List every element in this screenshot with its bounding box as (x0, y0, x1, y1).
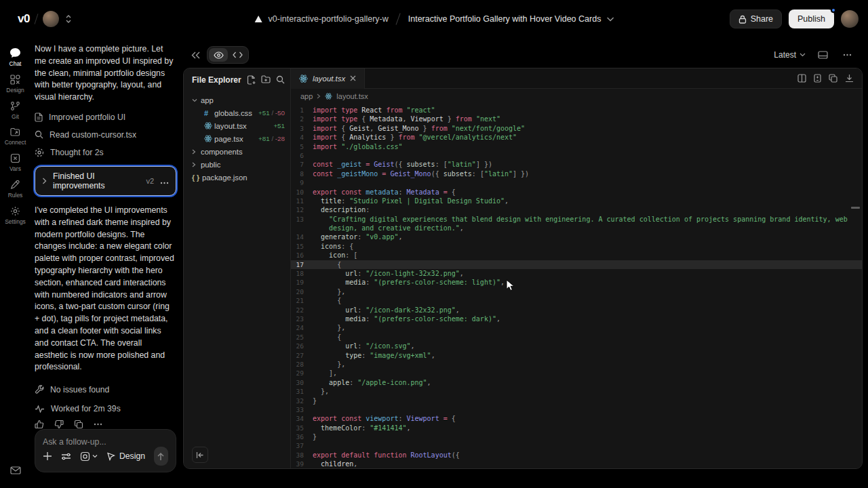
code-line[interactable]: 35 themeColor: "#141414", (291, 424, 862, 432)
chevron-down-icon[interactable] (606, 17, 614, 22)
code-line[interactable]: 4import { Analytics } from "@vercel/anal… (291, 133, 862, 142)
user-avatar[interactable] (841, 10, 859, 28)
media-source-icon[interactable] (80, 451, 98, 462)
code-line[interactable]: 11 title: "Studio Pixel | Digital Design… (291, 197, 862, 205)
code-line[interactable]: 13 "Crafting digital experiences that bl… (291, 215, 862, 224)
code-line[interactable]: 22 url: "/icon-dark-32x32.png", (291, 306, 862, 314)
sidebar-item-design[interactable]: Design (0, 75, 31, 94)
code-line[interactable]: 9 (291, 178, 862, 187)
code-line[interactable]: 23 media: "(prefers-color-scheme: dark)"… (291, 314, 862, 323)
code-line[interactable]: 25 { (291, 333, 862, 342)
split-editor-icon[interactable] (797, 74, 806, 83)
tree-file-package-json[interactable]: { }package.json (192, 171, 285, 184)
code-line[interactable]: 24 }, (291, 323, 862, 332)
copy-icon[interactable] (74, 420, 83, 429)
code-line[interactable]: design, and creative direction.", (291, 224, 862, 232)
console-panel-icon[interactable] (815, 48, 831, 62)
code-line[interactable]: 15 icons: { (291, 242, 862, 251)
code-line[interactable]: 5import "./globals.css" (291, 142, 862, 151)
code-line[interactable]: 1import type React from "react" (291, 106, 862, 115)
tree-folder-components[interactable]: components (192, 145, 285, 158)
code-line[interactable]: 7const _geist = Geist({ subsets: ["latin… (291, 160, 862, 169)
task-step[interactable]: Thought for 2s (35, 144, 176, 161)
code-line[interactable]: 36} (291, 432, 862, 441)
code-line[interactable]: 32} (291, 396, 862, 405)
code-line[interactable]: 8const _geistMono = Geist_Mono({ subsets… (291, 169, 862, 178)
code-content[interactable]: 1import type React from "react"2import t… (291, 104, 862, 468)
file-diff-icon[interactable] (814, 74, 821, 83)
code-line[interactable]: 18 url: "/icon-light-32x32.png", (291, 269, 862, 278)
scrollbar-thumb[interactable] (851, 207, 860, 209)
v0-logo[interactable]: v0 (18, 12, 30, 26)
close-tab-icon[interactable] (350, 75, 356, 81)
sidebar-item-chat[interactable]: Chat (0, 47, 31, 67)
breadcrumb-folder[interactable]: app (300, 92, 313, 100)
panel-more-icon[interactable] (840, 51, 854, 59)
publish-button[interactable]: Publish (789, 9, 834, 28)
code-line[interactable]: 34export const viewport: Viewport = { (291, 414, 862, 423)
sidebar-item-git[interactable]: Git (0, 101, 31, 120)
code-line[interactable]: 21 { (291, 296, 862, 305)
tree-file-page-tsx[interactable]: page.tsx+81 / -28 (192, 132, 285, 145)
code-toggle[interactable] (228, 48, 247, 62)
code-line[interactable]: 17 { (291, 260, 862, 269)
more-actions-icon[interactable] (94, 423, 102, 426)
preview-toggle[interactable] (209, 48, 228, 62)
project-name[interactable]: v0-interactive-portfolio-gallery-w (269, 14, 389, 24)
version-card[interactable]: Finished UI improvements v2 (35, 166, 176, 196)
thumbs-down-icon[interactable] (54, 420, 64, 429)
code-line[interactable]: 16 icon: [ (291, 251, 862, 260)
code-line[interactable]: 33 (291, 405, 862, 414)
new-folder-icon[interactable] (261, 75, 271, 85)
settings-sliders-icon[interactable] (61, 452, 71, 461)
search-files-icon[interactable] (276, 75, 285, 85)
code-line[interactable]: 12 description: (291, 205, 862, 214)
tree-folder-public[interactable]: public (192, 158, 285, 171)
code-line[interactable]: 14 generator: "v0.app", (291, 232, 862, 241)
code-line[interactable]: 20 }, (291, 287, 862, 296)
send-button[interactable] (154, 447, 168, 466)
sidebar-item-settings[interactable]: Settings (0, 206, 31, 225)
code-line[interactable]: 37 (291, 441, 862, 450)
tree-file-layout-tsx[interactable]: layout.tsx+51 (192, 119, 285, 132)
thumbs-up-icon[interactable] (35, 420, 44, 429)
sidebar-item-connect[interactable]: Connect (0, 127, 31, 146)
code-line[interactable]: 6 (291, 151, 862, 160)
code-line[interactable]: 29 ], (291, 369, 862, 378)
add-attachment-icon[interactable] (43, 451, 52, 461)
design-mode-button[interactable]: Design (106, 451, 145, 461)
sidebar-item-vars[interactable]: Vars (0, 153, 31, 172)
team-switcher-icon[interactable] (65, 14, 72, 24)
code-line[interactable]: 10export const metadata: Metadata = { (291, 188, 862, 197)
sidebar-item-rules[interactable]: Rules (0, 180, 31, 199)
version-selector[interactable]: Latest (774, 50, 806, 60)
collapse-chat-icon[interactable] (189, 49, 203, 62)
download-icon[interactable] (845, 74, 854, 83)
share-button[interactable]: Share (730, 9, 782, 28)
code-line[interactable]: 28 }, (291, 360, 862, 369)
new-file-icon[interactable] (247, 75, 256, 85)
task-step[interactable]: Improved portfolio UI (35, 108, 176, 126)
collapse-explorer-icon[interactable] (192, 447, 208, 463)
tab-layout-tsx[interactable]: layout.tsx (291, 68, 365, 89)
code-line[interactable]: 30 apple: "/apple-icon.png", (291, 378, 862, 387)
breadcrumb-file[interactable]: layout.tsx (336, 92, 368, 100)
code-line[interactable]: 26 url: "/icon.svg", (291, 342, 862, 350)
code-line[interactable]: 27 type: "image/svg+xml", (291, 351, 862, 360)
feedback-mail-icon[interactable] (10, 465, 21, 477)
copy-file-icon[interactable] (829, 74, 837, 83)
code-line[interactable]: 2import type { Metadata, Viewport } from… (291, 115, 862, 123)
task-step[interactable]: Read custom-cursor.tsx (35, 126, 176, 144)
chat-composer[interactable]: Ask a follow-up... Design (35, 429, 176, 472)
composer-input[interactable]: Ask a follow-up... (43, 437, 168, 447)
code-line[interactable]: 19 media: "(prefers-color-scheme: light)… (291, 278, 862, 287)
code-line[interactable]: 31 }, (291, 387, 862, 396)
team-avatar[interactable] (43, 11, 59, 27)
code-line[interactable]: 39 children, (291, 460, 862, 468)
tree-file-globals-css[interactable]: #globals.css+51 / -50 (192, 106, 285, 119)
code-line[interactable]: 3import { Geist, Geist_Mono } from "next… (291, 124, 862, 133)
code-line[interactable]: 38export default function RootLayout({ (291, 451, 862, 460)
chat-title[interactable]: Interactive Portfolio Gallery with Hover… (408, 14, 601, 24)
tree-folder-app[interactable]: app (192, 94, 285, 106)
more-options-icon[interactable] (160, 175, 169, 187)
